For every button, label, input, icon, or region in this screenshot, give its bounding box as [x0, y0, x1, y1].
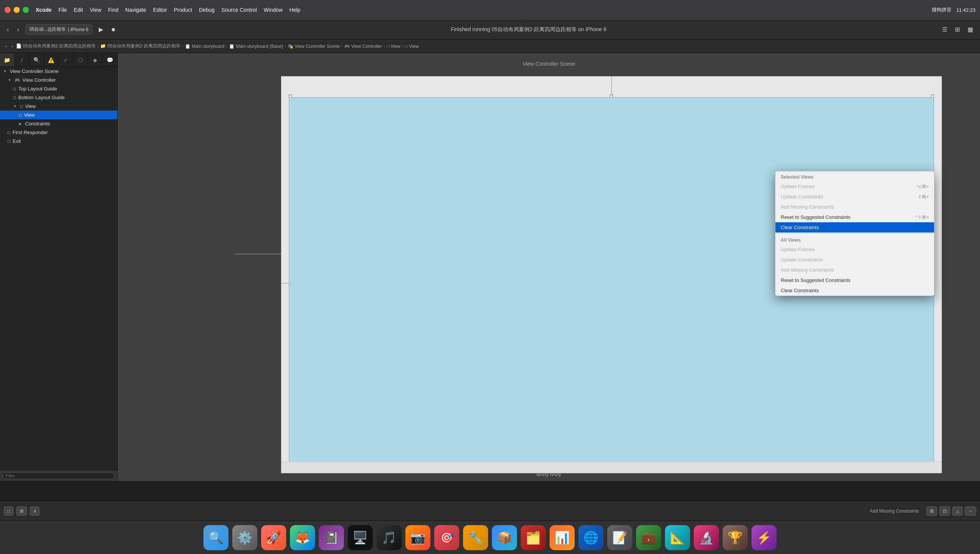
- breadcrumb-2[interactable]: 📁 05自动布局案例2-距离四周边距相等: [100, 43, 180, 49]
- sidebar-item-view-controller[interactable]: ▼ 🎮 View Controller: [0, 76, 117, 85]
- canvas-area[interactable]: View Controller Scene →: [118, 53, 980, 481]
- menu-item-update-frames-all[interactable]: Update Frames: [775, 244, 934, 255]
- nav-tab-issues[interactable]: ⚠️: [44, 53, 59, 67]
- constraint-align-btn[interactable]: ⊞: [926, 506, 937, 516]
- menu-item-update-frames-selected[interactable]: Update Frames ⌥⌘=: [775, 181, 934, 192]
- menu-window[interactable]: Window: [264, 7, 283, 13]
- constraint-resolve-btn[interactable]: △: [952, 506, 963, 516]
- dock-app2[interactable]: 🔧: [463, 525, 488, 550]
- run-button[interactable]: ▶: [96, 24, 105, 35]
- nav-tab-files[interactable]: 📁: [0, 53, 15, 67]
- scheme-name: 05自动...边距相等: [30, 26, 66, 33]
- menu-debug[interactable]: Debug: [199, 7, 215, 13]
- forward-button[interactable]: ›: [15, 25, 21, 35]
- nav-tab-breakpoints[interactable]: ◆: [88, 53, 103, 67]
- breadcrumb-4[interactable]: 📋 Main.storyboard (Base): [229, 44, 283, 49]
- dock-app4[interactable]: 📊: [550, 525, 574, 550]
- menu-item-label: Update Constraints: [781, 194, 823, 200]
- dock-photos[interactable]: 📷: [406, 525, 430, 550]
- menu-item-shortcut: ⇧⌘=: [918, 194, 929, 200]
- breadcrumb-8[interactable]: □ View: [405, 44, 418, 49]
- navigator-toggle[interactable]: ☰: [940, 24, 950, 35]
- maximize-button[interactable]: [23, 7, 29, 13]
- menu-source-control[interactable]: Source Control: [221, 7, 256, 13]
- dock-app5[interactable]: 📝: [607, 525, 632, 550]
- dock-app8[interactable]: 🔬: [694, 525, 719, 550]
- menu-navigate[interactable]: Navigate: [125, 7, 146, 13]
- dock-filezilla[interactable]: 🗂️: [521, 525, 546, 550]
- menu-item-clear-all[interactable]: Clear Constraints: [775, 285, 934, 295]
- iphone-bottom-bar: [281, 461, 942, 473]
- sidebar-item-label: Exit: [13, 138, 21, 144]
- dock-preferences[interactable]: ⚙️: [232, 525, 257, 550]
- view-toggle-btn[interactable]: □: [4, 506, 13, 516]
- menu-view[interactable]: View: [90, 7, 101, 13]
- dock-app10[interactable]: ⚡: [751, 525, 776, 550]
- dock-onenote[interactable]: 📓: [319, 525, 344, 550]
- sidebar-item-top-layout-guide[interactable]: □ Top Layout Guide: [0, 85, 117, 93]
- dock-launchpad[interactable]: 🚀: [261, 525, 286, 550]
- menubar: Xcode File Edit View Find Navigate Edito…: [0, 0, 980, 20]
- menu-divider: [775, 233, 934, 234]
- breadcrumb-forward[interactable]: ›: [10, 43, 14, 50]
- menu-item-label: Clear Constraints: [781, 225, 819, 230]
- sidebar-item-first-responder[interactable]: □ First Responder: [0, 128, 117, 137]
- breadcrumb-7[interactable]: □ View: [387, 44, 400, 49]
- menu-product[interactable]: Product: [174, 7, 192, 13]
- breadcrumb-1[interactable]: 📄 05自动布局案例2-距离四周边距相等: [16, 43, 95, 49]
- menu-item-update-constraints-selected[interactable]: Update Constraints ⇧⌘=: [775, 192, 934, 202]
- close-button[interactable]: [5, 7, 11, 13]
- menu-file[interactable]: File: [59, 7, 67, 13]
- dock-terminal[interactable]: 🖥️: [348, 525, 373, 550]
- dock-app6[interactable]: 💼: [636, 525, 661, 550]
- dock-word[interactable]: 🌐: [578, 525, 603, 550]
- menu-item-shortcut: ⌥⌘=: [916, 184, 929, 189]
- align-btn[interactable]: ≡: [30, 506, 40, 516]
- menu-item-update-constraints-all[interactable]: Update Constraints: [775, 255, 934, 265]
- left-constraint: [282, 282, 291, 284]
- breadcrumb-back[interactable]: ‹: [4, 43, 8, 50]
- menu-edit[interactable]: Edit: [74, 7, 83, 13]
- nav-tab-search[interactable]: 🔍: [29, 53, 44, 67]
- inspector-toggle[interactable]: ▦: [965, 24, 975, 35]
- dock-app1[interactable]: 🎯: [434, 525, 459, 550]
- menu-item-add-missing-all[interactable]: Add Missing Constraints: [775, 265, 934, 275]
- menu-item-add-missing-selected[interactable]: Add Missing Constraints: [775, 202, 934, 212]
- menu-item-label: Clear Constraints: [781, 287, 819, 293]
- sidebar-item-view-controller-scene[interactable]: ▼ View Controller Scene: [0, 67, 117, 76]
- debug-toggle[interactable]: ⊞: [953, 24, 962, 35]
- menu-xcode[interactable]: Xcode: [36, 7, 52, 13]
- back-button[interactable]: ‹: [5, 25, 11, 35]
- menu-item-reset-selected[interactable]: Reset to Suggested Constraints ⌃⇧⌘=: [775, 212, 934, 222]
- minimize-button[interactable]: [14, 7, 20, 13]
- nav-tab-tests[interactable]: ✓: [59, 53, 74, 67]
- breadcrumb-6[interactable]: 🎮 View Controller: [344, 44, 382, 49]
- scheme-selector[interactable]: 05自动...边距相等 | iPhone 6: [25, 24, 92, 35]
- sidebar-item-view-child[interactable]: □ View: [0, 110, 117, 119]
- menu-find[interactable]: Find: [108, 7, 118, 13]
- breadcrumb-3[interactable]: 📋 Main.storyboard: [185, 44, 224, 49]
- dock-app7[interactable]: 📐: [665, 525, 690, 550]
- sidebar-item-constraints[interactable]: ▶ Constraints: [0, 119, 117, 128]
- dock-app3[interactable]: 📦: [492, 525, 517, 550]
- dock-app9[interactable]: 🏆: [723, 525, 748, 550]
- constraint-pin-btn[interactable]: ⊡: [939, 506, 950, 516]
- breadcrumb-5[interactable]: 🎭 View Controller Scene: [288, 44, 340, 49]
- sidebar-item-view-parent[interactable]: ▼ □ View: [0, 102, 117, 110]
- filter-input[interactable]: [3, 472, 114, 479]
- dock-safari[interactable]: 🦊: [290, 525, 315, 550]
- menu-help[interactable]: Help: [290, 7, 301, 13]
- nav-tab-reports[interactable]: 💬: [102, 53, 117, 67]
- nav-tab-symbols[interactable]: 𝑓: [15, 53, 30, 67]
- stop-button[interactable]: ■: [109, 25, 118, 35]
- constraint-resize-btn[interactable]: ↔: [965, 506, 976, 516]
- dock-finder[interactable]: 🔍: [204, 525, 229, 550]
- menu-editor[interactable]: Editor: [153, 7, 167, 13]
- sidebar-item-bottom-layout-guide[interactable]: □ Bottom Layout Guide: [0, 93, 117, 102]
- grid-btn[interactable]: ⊞: [16, 506, 27, 516]
- dock-music[interactable]: 🎵: [377, 525, 402, 550]
- menu-item-clear-selected[interactable]: Clear Constraints: [775, 222, 934, 233]
- sidebar-item-exit[interactable]: □ Exit: [0, 137, 117, 145]
- menu-item-reset-all[interactable]: Reset to Suggested Constraints: [775, 275, 934, 285]
- nav-tab-debug[interactable]: ⬡: [73, 53, 88, 67]
